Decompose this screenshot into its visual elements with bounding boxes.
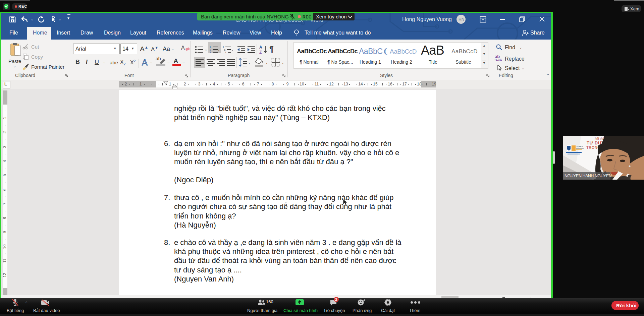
svg-text:1: 1: [223, 46, 224, 48]
svg-text:2: 2: [210, 49, 211, 51]
svg-text:Z: Z: [259, 50, 262, 54]
svg-text:A: A: [259, 45, 262, 50]
svg-text:1: 1: [210, 46, 211, 48]
svg-text:STARS: STARS: [576, 145, 583, 147]
svg-text:3: 3: [210, 51, 211, 54]
svg-text:i: i: [225, 51, 226, 54]
svg-text:a: a: [224, 49, 225, 51]
